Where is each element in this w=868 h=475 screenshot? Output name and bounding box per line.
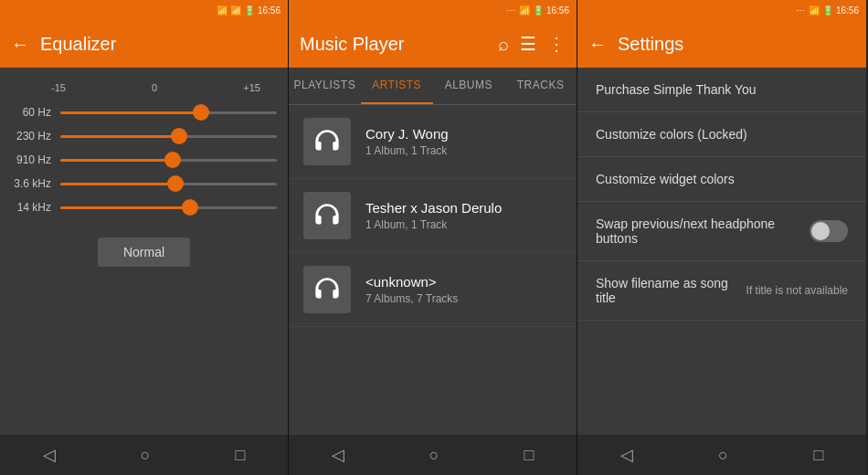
nav-home-mp[interactable]: ○ <box>411 438 458 472</box>
eq-slider-910hz[interactable] <box>60 159 277 162</box>
headphone-icon-3 <box>310 272 344 307</box>
nav-home-st[interactable]: ○ <box>700 438 746 472</box>
time-mp: 16:56 <box>546 5 569 16</box>
eq-row-60hz: 60 Hz <box>0 100 288 124</box>
battery-icon: 🔋 <box>244 5 255 16</box>
mp-header: Music Player ⌕ ☰ ⋮ <box>289 20 577 68</box>
wifi-icon-st: 📶 <box>809 5 820 16</box>
nav-home-eq[interactable]: ○ <box>122 438 169 472</box>
st-back-icon[interactable]: ← <box>588 34 607 55</box>
eq-row-230hz: 230 Hz <box>0 124 288 148</box>
st-dots: ⋯ <box>796 5 805 16</box>
settings-list: Purchase Simple Thank You Customize colo… <box>577 68 866 435</box>
search-icon[interactable]: ⌕ <box>498 34 509 55</box>
back-arrow-icon[interactable]: ← <box>11 34 29 55</box>
eq-label-14khz: 14 kHz <box>11 201 51 214</box>
eq-row-910hz: 910 Hz <box>0 148 288 172</box>
artist-list: Cory J. Wong 1 Album, 1 Track Tesher x J… <box>289 105 577 435</box>
eq-label-3k6hz: 3.6 kHz <box>11 177 51 190</box>
mp-tabs: PLAYLISTS ARTISTS ALBUMS TRACKS <box>289 68 577 105</box>
status-bar-eq: 📶 📶 🔋 16:56 <box>0 0 288 20</box>
artist-name-1: Cory J. Wong <box>365 126 562 142</box>
tab-playlists[interactable]: PLAYLISTS <box>289 68 361 104</box>
artist-sub-2: 1 Album, 1 Track <box>365 218 562 231</box>
eq-db-max: +15 <box>243 82 260 93</box>
nav-back-eq[interactable]: ◁ <box>25 438 74 472</box>
headphone-icon-1 <box>310 124 344 159</box>
artist-item-1[interactable]: Cory J. Wong 1 Album, 1 Track <box>289 105 577 179</box>
nav-recents-eq[interactable]: □ <box>217 438 264 472</box>
music-player-panel: ⋯ 📶 🔋 16:56 Music Player ⌕ ☰ ⋮ PLAYLISTS… <box>289 0 577 475</box>
settings-item-colors[interactable]: Customize colors (Locked) <box>577 112 866 157</box>
more-icon[interactable]: ⋮ <box>547 33 566 55</box>
eq-db-labels: -15 0 +15 <box>0 68 288 100</box>
bottom-nav-eq: ◁ ○ □ <box>0 435 288 475</box>
eq-label-230hz: 230 Hz <box>11 130 51 142</box>
settings-text-purchase: Purchase Simple Thank You <box>596 82 848 97</box>
preset-button[interactable]: Normal <box>98 238 190 267</box>
battery-icon-mp: 🔋 <box>533 5 544 16</box>
nav-back-mp[interactable]: ◁ <box>313 438 363 472</box>
signal-icon: 📶 <box>230 5 241 16</box>
status-bar-mp: ⋯ 📶 🔋 16:56 <box>289 0 577 20</box>
eq-slider-60hz[interactable] <box>60 111 277 114</box>
settings-right-filename: If title is not available <box>746 284 848 297</box>
artist-sub-3: 7 Albums, 7 Tracks <box>365 292 562 305</box>
tab-tracks[interactable]: TRACKS <box>504 68 577 104</box>
mp-status-left: ⋯ <box>506 5 515 16</box>
artist-name-3: <unknown> <box>365 274 562 290</box>
eq-slider-3k6hz[interactable] <box>60 183 277 185</box>
headphone-toggle[interactable] <box>810 220 848 242</box>
artist-name-2: Tesher x Jason Derulo <box>365 200 562 216</box>
artist-item-3[interactable]: <unknown> 7 Albums, 7 Tracks <box>289 253 577 327</box>
time-st: 16:56 <box>836 5 859 16</box>
artist-avatar-2 <box>303 192 351 239</box>
bottom-nav-mp: ◁ ○ □ <box>289 435 577 475</box>
eq-slider-230hz[interactable] <box>60 135 277 138</box>
artist-info-3: <unknown> 7 Albums, 7 Tracks <box>365 274 562 305</box>
artist-sub-1: 1 Album, 1 Track <box>365 144 562 157</box>
eq-slider-14khz[interactable] <box>60 206 277 209</box>
eq-title: Equalizer <box>40 34 277 55</box>
settings-text-headphone: Swap previous/next headphone buttons <box>596 216 799 246</box>
wifi-icon: 📶 <box>217 5 228 16</box>
headphone-icon-2 <box>310 198 344 233</box>
nav-recents-st[interactable]: □ <box>795 438 842 472</box>
tab-artists[interactable]: ARTISTS <box>361 68 433 104</box>
status-bar-st: ⋯ 📶 🔋 16:56 <box>577 0 866 20</box>
headphone-toggle-knob <box>811 222 830 240</box>
battery-icon-st: 🔋 <box>822 5 833 16</box>
time-eq: 16:56 <box>258 5 281 16</box>
tab-albums[interactable]: ALBUMS <box>433 68 505 104</box>
settings-text-colors: Customize colors (Locked) <box>596 127 848 142</box>
nav-recents-mp[interactable]: □ <box>506 438 553 472</box>
settings-item-widget-colors[interactable]: Customize widget colors <box>577 157 866 202</box>
status-icons-st: 📶 🔋 16:56 <box>809 5 859 16</box>
settings-panel: ⋯ 📶 🔋 16:56 ← Settings Purchase Simple T… <box>577 0 866 475</box>
settings-item-headphone[interactable]: Swap previous/next headphone buttons <box>577 202 866 261</box>
artist-item-2[interactable]: Tesher x Jason Derulo 1 Album, 1 Track <box>289 179 577 253</box>
eq-db-mid: 0 <box>152 82 157 93</box>
filter-icon[interactable]: ☰ <box>520 33 536 55</box>
eq-header: ← Equalizer <box>0 20 288 68</box>
settings-item-filename[interactable]: Show filename as song title If title is … <box>577 261 866 321</box>
artist-avatar-3 <box>303 266 351 313</box>
st-status-left: ⋯ <box>796 5 805 16</box>
nav-back-st[interactable]: ◁ <box>602 438 651 472</box>
settings-text-filename: Show filename as song title <box>596 276 736 305</box>
status-icons-eq: 📶 📶 🔋 16:56 <box>217 5 281 16</box>
settings-text-widget: Customize widget colors <box>596 172 848 186</box>
eq-row-14khz: 14 kHz <box>0 195 288 219</box>
mp-dots: ⋯ <box>506 5 515 16</box>
artist-info-2: Tesher x Jason Derulo 1 Album, 1 Track <box>365 200 562 231</box>
eq-row-3k6hz: 3.6 kHz <box>0 172 288 195</box>
artist-info-1: Cory J. Wong 1 Album, 1 Track <box>365 126 562 157</box>
eq-label-910hz: 910 Hz <box>11 153 51 166</box>
status-icons-mp: 📶 🔋 16:56 <box>519 5 569 16</box>
equalizer-panel: 📶 📶 🔋 16:56 ← Equalizer -15 0 +15 60 Hz … <box>0 0 289 475</box>
st-title: Settings <box>618 34 855 55</box>
st-header: ← Settings <box>577 20 866 68</box>
settings-item-purchase[interactable]: Purchase Simple Thank You <box>577 68 866 112</box>
eq-label-60hz: 60 Hz <box>11 106 51 119</box>
mp-title: Music Player <box>300 34 487 55</box>
